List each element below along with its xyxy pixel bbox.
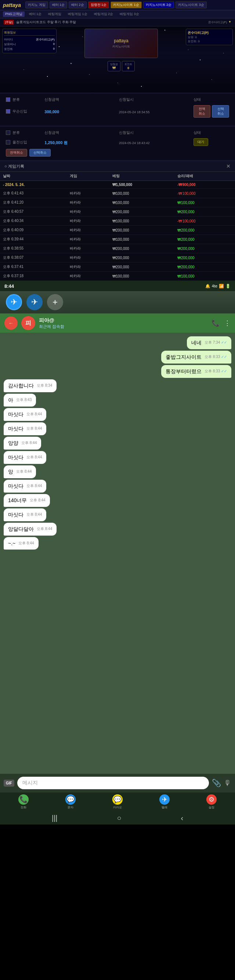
nav-tab-1[interactable]: 베터 1순 (27, 11, 44, 17)
history-table-row: 오후 6:41:20 바카라 ₩100,000 ₩100,000 (0, 198, 235, 207)
more-options-button[interactable]: ⋮ (224, 319, 230, 327)
history-table-row: 오후 6:40:09 바카라 ₩200,000 ₩200,000 (0, 226, 235, 235)
withdrawal-select-cancel-btn[interactable]: 선택취소 (29, 149, 51, 157)
gif-button[interactable]: GIF (4, 780, 14, 787)
withdrawal-bottom-buttons: 전액취소 선택취소 (6, 149, 229, 157)
deposit-date-value: 2024-05-24 18:34:55 (119, 108, 191, 115)
game-history-close-btn[interactable]: ✕ (226, 163, 230, 169)
chat-input-bar: GIF 메시지 📎 🎙 (0, 774, 235, 792)
history-table: 날짜 게임 베팅 승리/패배 - 2024. 5. 24. ₩1,500,000… (0, 172, 235, 281)
nav-phone-label: 전화 (21, 805, 27, 810)
deposit-data-checkbox[interactable] (6, 109, 10, 114)
score-boxes: 당첨금 ₩ 포인트 0 (108, 61, 135, 71)
score-box-1: 당첨금 ₩ (108, 61, 121, 71)
nav-btn-casino[interactable]: 카지노 게임 (25, 2, 48, 8)
nav-messages[interactable]: 💬 문자 (65, 794, 76, 810)
history-table-row: 오후 6:38:55 바카라 ₩200,000 ₩200,000 (0, 244, 235, 253)
sent-bubble-1: 좋밥그지사이트 오후 8:33 ✓✓ (161, 351, 231, 364)
plus-icon: + (52, 297, 58, 307)
chat-message-5: 마싯다 오후 8:44 (4, 408, 46, 421)
chat-message-1: 좋밥그지사이트 오후 8:33 ✓✓ (161, 351, 231, 364)
row-time-2: 오후 6:40:57 (0, 207, 67, 216)
home-button[interactable]: ○ (112, 812, 125, 824)
sidebar-user-box: 회원정보 아이디 온수다리고(P) 보유머니 0 포인트 0 (2, 29, 57, 53)
telegram-account-secondary[interactable]: ✈ (27, 294, 43, 310)
telegram-primary-icon: ✈ (11, 298, 17, 307)
website-section: pattaya 카지노 게임 배터 1순 배터 2순 점령전 1순 카지노사이트… (0, 0, 235, 281)
nav-btn-cs2[interactable]: 카지노사이트 2순 (143, 2, 175, 8)
chat-message-11: 140너무 오후 8:44 (4, 494, 50, 507)
nav-tab-2[interactable]: 배팅게임 (46, 11, 64, 17)
attach-button[interactable]: 📎 (212, 778, 221, 788)
received-bubble-10: 마싯다 오후 8:44 (4, 480, 46, 493)
withdrawal-cancel-all-btn[interactable]: 전액취소 (6, 149, 27, 157)
history-summary-row: - 2024. 5. 24. ₩1,500,000 -₩900,000 (0, 181, 235, 189)
summary-date: - 2024. 5. 24. (0, 181, 110, 189)
banner-image: pattaya카지노사이트 (84, 29, 158, 58)
nav-tab-5[interactable]: 배팅게임 3순 (118, 11, 141, 17)
withdrawal-row-header: 분류 신청금액 신청일시 상태 (6, 130, 229, 135)
telegram-add-account-btn[interactable]: + (47, 294, 63, 310)
row-time-0: 오후 6:41:43 (0, 189, 67, 198)
nav-btn-cs1[interactable]: 카지노사이트 1순 (111, 2, 142, 8)
recent-apps-button[interactable]: ||| (48, 812, 62, 824)
telegram-header: ✈ ✈ + (0, 291, 235, 313)
message-input[interactable]: 메시지 (17, 777, 209, 789)
withdrawal-checkbox[interactable] (6, 130, 10, 135)
nav-settings[interactable]: ⚙ 설정 (206, 794, 217, 810)
nav-btn-cs3[interactable]: 카지노사이트 3순 (176, 2, 207, 8)
select-cancel-button[interactable]: 선택취소 (212, 105, 229, 118)
withdrawal-amount-label: 신청금액 (44, 130, 116, 135)
chat-message-13: 앙달다달아 오후 8:44 (4, 523, 57, 536)
row-game-6: 바카라 (67, 244, 110, 253)
cancel-all-button[interactable]: 전액취소 (194, 105, 211, 118)
row-result-6: ₩200,000 (175, 244, 235, 253)
nav-btn-conquest[interactable]: 점령전 1순 (88, 2, 110, 8)
received-bubble-5: 마싯다 오후 8:44 (4, 408, 46, 421)
nav-kakao[interactable]: 💬 카카오 (112, 794, 123, 810)
top-nav: pattaya 카지노 게임 배터 1순 배터 2순 점령전 1순 카지노사이트… (0, 0, 235, 10)
row-time-9: 오후 6:37:18 (0, 272, 67, 281)
withdrawal-data-checkbox[interactable] (6, 140, 10, 145)
withdrawal-amount-value: 1,250,000 원 (44, 139, 116, 146)
nav-tab-4[interactable]: 베팅게임 2순 (92, 11, 116, 17)
deposit-status-label: 상태 (194, 97, 229, 102)
telegram-account-primary[interactable]: ✈ (6, 294, 22, 310)
deposit-section: 분류 신청금액 신청일시 상태 우슨신입 300,000 2024-05-24 … (0, 92, 235, 124)
received-bubble-13: 앙달다달아 오후 8:44 (4, 523, 57, 536)
mic-button[interactable]: 🎙 (224, 779, 231, 788)
row-game-5: 바카라 (67, 235, 110, 244)
received-bubble-9: 앙 오후 8:44 (4, 465, 36, 478)
back-gesture-button[interactable]: ‹ (176, 812, 187, 824)
nav-tab-3[interactable]: 베팅게임 1순 (66, 11, 90, 17)
nav-btn-bet1[interactable]: 배터 1순 (49, 2, 68, 8)
withdrawal-status-label: 상태 (194, 130, 229, 135)
row-game-4: 바카라 (67, 226, 110, 235)
nav-tab-0[interactable]: PNG고객님 (3, 11, 25, 17)
chat-message-6: 마싯다 오후 8:44 (4, 422, 46, 435)
withdrawal-section: 분류 신청금액 신청일시 상태 올전신입 1,250,000 원 2024-05… (0, 126, 235, 160)
telegram-secondary-icon: ✈ (31, 298, 38, 307)
nav-btn-bet2[interactable]: 배터 2순 (69, 2, 87, 8)
row-result-0: -₩100,000 (175, 189, 235, 198)
call-button[interactable]: 📞 (211, 319, 219, 327)
message-placeholder: 메시지 (22, 780, 38, 786)
deposit-checkbox[interactable] (6, 97, 10, 102)
left-sidebar: 회원정보 아이디 온수다리고(P) 보유머니 0 포인트 0 (0, 27, 59, 92)
history-table-row: 오후 6:37:41 바카라 ₩200,000 ₩200,000 (0, 262, 235, 272)
sidebar-user-title: 회원정보 (4, 30, 55, 36)
history-table-row: 오후 6:40:57 바카라 ₩200,000 ₩200,000 (0, 207, 235, 216)
sent-bubble-2: 통장부터터렸으 오후 8:33 ✓✓ (161, 365, 231, 378)
chat-contact-name: 피아@ (39, 317, 208, 324)
row-game-9: 바카라 (67, 272, 110, 281)
notice-user: 온수다리고(P) (208, 20, 227, 24)
row-result-3: -₩100,000 (175, 216, 235, 226)
nav-phone[interactable]: 📞 전화 (18, 794, 29, 810)
nav-telegram[interactable]: ✈ 텔레 (159, 794, 170, 810)
back-button[interactable]: ← (5, 317, 17, 330)
withdrawal-data-row: 올전신입 1,250,000 원 2024-05-24 18:43:42 대기 (6, 138, 229, 146)
history-table-header-row: 날짜 게임 베팅 승리/패배 (0, 172, 235, 181)
withdrawal-date-label: 신청일시 (119, 130, 191, 135)
withdrawal-status-button[interactable]: 대기 (194, 138, 208, 146)
row-game-1: 바카라 (67, 198, 110, 207)
